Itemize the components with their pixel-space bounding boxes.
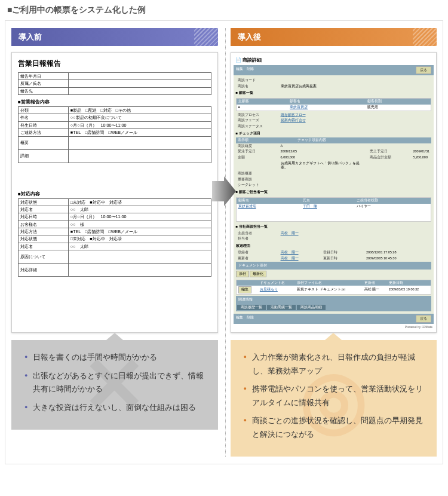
field-label: ご連絡方法 (19, 129, 69, 136)
field-label: 対応者 (19, 206, 69, 213)
app-body: 商談コード商談名東鉄百貨店お歳暮提案 ■ 顧客一覧 主顧客顧客名顧客役割●東鉄百… (234, 75, 434, 314)
field-label: シークレット (236, 182, 279, 188)
field-value (68, 264, 211, 277)
arrow-icon (212, 176, 236, 209)
page-title: ■ご利用中の帳票をシステム化した例 (0, 0, 448, 20)
after-panel: 導入後 📄 商談詳細 編集 削除 戻る 商談コード商談名東鉄百貨店お歳暮提案 ■… (231, 28, 437, 457)
link[interactable]: 既存顧客フロー (281, 113, 306, 117)
field-label: 詳細 (19, 149, 69, 163)
list-item: 携帯電話やパソコンを使って、営業活動状況をリアルタイムに情報共有 (244, 382, 426, 409)
delete-button[interactable]: 削除 (247, 66, 254, 74)
field-value: □未対応 ■対応中 対応済 (68, 198, 211, 206)
refresh-tab[interactable]: 最新化 (250, 271, 266, 277)
field-value: ○○製品の初期不良について (68, 114, 211, 121)
field-value (68, 87, 211, 94)
own-h: ■ 当社商談担当一覧 (236, 223, 432, 231)
check-h: ■ チェック項目 (236, 130, 432, 137)
link[interactable]: 提案内容打合せ (281, 118, 306, 122)
rel-tab-2[interactable]: 活動実績一覧 (267, 305, 296, 310)
after-header: 導入後 (231, 28, 437, 46)
field-label: 概要 (19, 136, 69, 149)
section1-header: ■営業報告内容 (18, 97, 211, 106)
link[interactable]: 高松 陽一 (281, 231, 299, 235)
delete-button-2[interactable]: 削除 (247, 315, 254, 323)
list-item: 日報を書くのは手間や時間がかかる (24, 351, 207, 365)
before-summary: ✕ 日報を書くのは手間や時間がかかる出張などがあるとすぐに日報が提出できず、情報… (11, 340, 218, 430)
link[interactable]: 東鉄百貨店 (290, 105, 308, 109)
field-label: 発生日時 (19, 121, 69, 128)
person-h: ■ 顧客ご担当者一覧 (236, 188, 432, 196)
field-value: 6,000,000 (279, 155, 369, 161)
list-item: 大きな投資は行えないし、面倒な仕組みは困る (24, 401, 207, 415)
form-sec2-table: 対応状態□未対応 ■対応中 対応済対応者○○ 太郎対応日時○月○日（月） 10:… (18, 198, 211, 277)
field-label: 重要商談 (236, 177, 279, 183)
field-label: 分類 (19, 107, 69, 114)
form-title: 営業日報報告 (18, 59, 211, 69)
after-summary: ◎ 入力作業が簡素化され、日報作成の負担が軽減し、業務効率アップ携帯電話やパソコ… (231, 340, 437, 457)
list-item: 入力作業が簡素化され、日報作成の負担が軽減し、業務効率アップ (244, 351, 426, 378)
field-value: ■製品 □配送 □対応 □その他 (68, 107, 211, 114)
field-value (68, 80, 211, 87)
field-value (68, 73, 211, 80)
field-value (279, 78, 431, 84)
field-value (279, 182, 431, 188)
field-label: 対応状態 (19, 235, 69, 243)
list-item: 出張などがあるとすぐに日報が提出できず、情報共有に時間がかかる (24, 369, 207, 396)
rel-bar: 関連情報 (236, 296, 432, 304)
field-value (68, 136, 211, 149)
paper-form: 営業日報報告 報告年月日所属／氏名報告先 ■営業報告内容 分類■製品 □配送 □… (11, 52, 218, 333)
field-label: 対応日時 (19, 213, 69, 221)
back-button[interactable]: 戻る (416, 66, 431, 74)
field-value: ○月○日（月） 10:00〜11:00 (68, 121, 211, 128)
field-value: 東鉄百貨店お歳暮提案 (279, 84, 431, 90)
field-label: 件名 (19, 114, 69, 121)
attach-tab[interactable]: 添付 (236, 271, 249, 277)
field-label: 対応方法 (19, 228, 69, 235)
field-value (279, 171, 431, 177)
docsec-bar: ドキュメント添付 (236, 262, 432, 270)
field-label: 受注予定日 (236, 149, 279, 155)
field-label: 対応状態 (19, 198, 69, 206)
before-header: 導入前 (11, 28, 218, 46)
field-label (236, 161, 279, 171)
form-top-table: 報告年月日所属／氏名報告先 (18, 72, 211, 95)
list-item: 商談ごとの進捗状況を確認し、問題点の早期発見と解決につながる (244, 414, 426, 441)
screen-title: 📄 商談詳細 (234, 55, 434, 65)
edit-button-2[interactable]: 編集 (236, 315, 243, 323)
rel-tab-3[interactable]: 商談商品明細 (297, 305, 326, 310)
field-label: 報告年月日 (19, 73, 69, 80)
edit-button[interactable]: 編集 (236, 66, 243, 74)
rel-tabs: 商談履歴一覧 活動実績一覧 商談商品明細 (236, 304, 432, 311)
before-panel: 導入前 営業日報報告 報告年月日所属／氏名報告先 ■営業報告内容 分類■製品 □… (11, 28, 226, 457)
back-button-2[interactable]: 戻る (416, 315, 431, 323)
field-label: 商談確度 (236, 143, 279, 149)
field-label: 原因について (19, 250, 69, 264)
form-sec1-table: 分類■製品 □配送 □対応 □その他件名○○製品の初期不良について発生日時○月○… (18, 106, 211, 163)
bottom-bar: 編集 削除 戻る (234, 314, 434, 324)
field-value: ○月○日（月） 10:00〜11:00 (68, 213, 211, 221)
reason-h: 敗退理由 (236, 242, 432, 250)
field-label: 商談名 (236, 84, 279, 90)
field-label: 対応者 (19, 243, 69, 250)
field-value: ○○ 太郎 (68, 206, 211, 213)
crm-screen: 📄 商談詳細 編集 削除 戻る 商談コード商談名東鉄百貨店お歳暮提案 ■ 顧客一… (231, 52, 437, 333)
field-label: 対応詳細 (19, 264, 69, 277)
field-value (68, 149, 211, 163)
comparison-container: 導入前 営業日報報告 報告年月日所属／氏名報告先 ■営業報告内容 分類■製品 □… (5, 20, 443, 464)
field-value: ○○ 様 (68, 221, 211, 228)
section2-header: ■対応内容 (18, 189, 211, 198)
field-value: A (279, 143, 369, 149)
field-label: 所属／氏名 (19, 80, 69, 87)
field-value: ■TEL □店舗訪問 □WEB／メール (68, 228, 211, 235)
rel-tab-1[interactable]: 商談履歴一覧 (237, 305, 266, 310)
field-value: お歳暮用カタログギフトへ「切り餅パック」を提案。 (279, 161, 369, 171)
field-label: 金額 (236, 155, 279, 161)
field-value: □未対応 ■対応中 対応済 (68, 235, 211, 243)
field-label: お客様名 (19, 221, 69, 228)
field-label: 商談概要 (236, 171, 279, 177)
edit-row-button[interactable]: 編集 (238, 286, 251, 293)
action-bar: 編集 削除 戻る (234, 65, 434, 75)
field-value: 2008/12/05 (279, 149, 369, 155)
customer-list-h: ■ 顧客一覧 (236, 89, 432, 97)
field-label: 商談コード (236, 78, 279, 84)
